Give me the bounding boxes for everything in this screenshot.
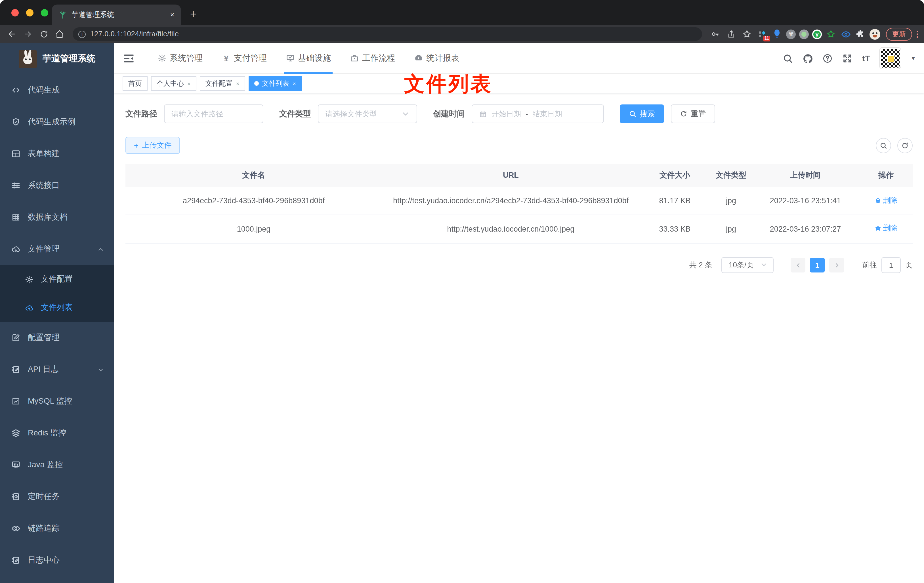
page-unit-label: 页: [905, 260, 912, 271]
reload-icon[interactable]: [38, 28, 50, 40]
tag-profile[interactable]: 个人中心 ×: [151, 76, 196, 91]
extension-tasks-icon[interactable]: 11: [757, 28, 768, 40]
tag-file-config[interactable]: 文件配置 ×: [200, 76, 245, 91]
nav-label: 统计报表: [426, 53, 459, 64]
delete-button[interactable]: 删除: [874, 223, 898, 235]
tab-close-icon[interactable]: ×: [170, 11, 174, 19]
nav-label: 系统管理: [170, 53, 203, 64]
sidebar-item-redis-monitor[interactable]: Redis 监控: [0, 417, 114, 449]
goto-page-input[interactable]: 1: [881, 258, 901, 273]
chevron-down-icon: [402, 110, 410, 118]
next-page-button[interactable]: [829, 258, 844, 273]
sidebar-item-db-doc[interactable]: 数据库文档: [0, 201, 114, 233]
file-path-input[interactable]: 请输入文件路径: [164, 104, 263, 123]
help-icon[interactable]: [822, 53, 833, 63]
extension-cmd-icon[interactable]: ⌘: [786, 29, 796, 39]
tag-file-list[interactable]: 文件列表 ×: [248, 76, 302, 91]
sidebar-item-scheduled-tasks[interactable]: 定时任务: [0, 481, 114, 513]
delete-button[interactable]: 删除: [874, 195, 898, 206]
tab-title: 芋道管理系统: [71, 10, 166, 20]
github-icon[interactable]: [802, 53, 813, 63]
close-icon[interactable]: ×: [236, 80, 239, 87]
sidebar-item-file-config[interactable]: 文件配置: [0, 265, 114, 294]
nav-system-mgmt[interactable]: 系统管理: [148, 43, 212, 74]
file-type-select[interactable]: 请选择文件类型: [318, 104, 417, 123]
sidebar-collapse-icon[interactable]: [123, 53, 135, 64]
extension-y-icon[interactable]: y: [812, 29, 822, 39]
extension-balloon-icon[interactable]: [771, 28, 783, 40]
sidebar-item-file-list[interactable]: 文件列表: [0, 294, 114, 322]
close-icon[interactable]: ×: [187, 80, 191, 87]
back-icon[interactable]: [6, 28, 18, 40]
sidebar-item-form-builder[interactable]: 表单构建: [0, 138, 114, 170]
avatar[interactable]: [880, 48, 901, 69]
sidebar-item-file-mgmt[interactable]: 文件管理: [0, 233, 114, 265]
show-search-button[interactable]: [876, 138, 891, 153]
search-icon[interactable]: [783, 53, 793, 63]
page-size-select[interactable]: 10条/页: [721, 258, 774, 273]
close-icon[interactable]: ×: [292, 80, 296, 87]
zoom-window-button[interactable]: [41, 9, 48, 17]
share-icon[interactable]: [725, 28, 737, 40]
sidebar-item-java-monitor[interactable]: Java 监控: [0, 449, 114, 481]
new-tab-button[interactable]: +: [190, 8, 196, 20]
sidebar-item-tracing[interactable]: 链路追踪: [0, 513, 114, 544]
search-button[interactable]: 搜索: [620, 104, 664, 123]
pagination: 共 2 条 10条/页 1 前往 1 页: [125, 258, 912, 273]
extension-star-icon[interactable]: [825, 28, 837, 40]
range-separator: -: [526, 109, 528, 118]
filter-form: 文件路径 请输入文件路径 文件类型 请选择文件类型 创建时间 开始日期 - 结: [125, 104, 912, 123]
sidebar-item-config-mgmt[interactable]: 配置管理: [0, 322, 114, 353]
cell-file-name: 1000.jpeg: [125, 215, 382, 244]
extensions-puzzle-icon[interactable]: [855, 28, 866, 40]
date-range-picker[interactable]: 开始日期 - 结束日期: [472, 104, 604, 123]
sidebar-item-system-api[interactable]: 系统接口: [0, 170, 114, 201]
reset-button[interactable]: 重置: [671, 104, 715, 123]
fullscreen-icon[interactable]: [842, 53, 853, 63]
extension-eye-icon[interactable]: [840, 28, 851, 40]
close-window-button[interactable]: [12, 9, 19, 17]
minimize-window-button[interactable]: [26, 9, 33, 17]
sidebar-item-code-demo[interactable]: 代码生成示例: [0, 106, 114, 138]
sidebar-logo[interactable]: 芋道管理系统: [0, 43, 114, 74]
page-number-current[interactable]: 1: [810, 258, 825, 273]
browser-tab[interactable]: 芋道管理系统 ×: [52, 5, 181, 25]
sidebar-item-label: 链路追踪: [28, 524, 59, 533]
sidebar-item-label: 文件列表: [41, 302, 73, 313]
forward-icon[interactable]: [21, 28, 34, 40]
create-time-label: 创建时间: [433, 109, 465, 119]
sidebar-item-code-gen[interactable]: 代码生成: [0, 74, 114, 106]
home-icon[interactable]: [53, 28, 66, 40]
nav-reports[interactable]: 统计报表: [405, 43, 469, 74]
table-header-row: 文件名 URL 文件大小 文件类型 上传时间 操作: [125, 164, 913, 187]
cell-url: http://test.yudao.iocoder.cn/a294ecb2-73…: [382, 187, 640, 215]
password-key-icon[interactable]: [709, 28, 721, 40]
sidebar-item-api-log[interactable]: API 日志: [0, 353, 114, 385]
profile-avatar-emoji[interactable]: [870, 29, 880, 40]
upload-file-button[interactable]: + 上传文件: [125, 137, 180, 154]
tag-home[interactable]: 首页: [122, 76, 148, 91]
search-label: 搜索: [640, 109, 655, 119]
extension-dot-icon[interactable]: [799, 29, 809, 39]
browser-tabstrip: 芋道管理系统 × +: [0, 0, 924, 25]
table-row: 1000.jpeg http://test.yudao.iocoder.cn/1…: [125, 215, 913, 244]
nav-label: 支付管理: [234, 53, 267, 64]
sidebar-item-mysql-monitor[interactable]: MySQL 监控: [0, 385, 114, 417]
nav-infrastructure[interactable]: 基础设施: [276, 43, 340, 74]
font-size-icon[interactable]: tT: [862, 53, 870, 63]
cell-file-name: a294ecb2-73dd-4353-bf40-296b8931d0bf: [125, 187, 382, 215]
header-actions: tT ▼: [783, 48, 916, 69]
refresh-table-button[interactable]: [897, 138, 912, 153]
sidebar-item-label: 文件管理: [28, 244, 59, 254]
caret-down-icon[interactable]: ▼: [911, 55, 916, 61]
sidebar-item-label: 代码生成: [28, 85, 59, 95]
nav-payment-mgmt[interactable]: ¥ 支付管理: [212, 43, 276, 74]
browser-menu-icon[interactable]: [917, 30, 918, 38]
sidebar-item-log-center[interactable]: 日志中心: [0, 544, 114, 576]
bookmark-star-icon[interactable]: [741, 28, 753, 40]
prev-page-button[interactable]: [790, 258, 805, 273]
site-info-icon[interactable]: i: [78, 30, 86, 38]
nav-workflow[interactable]: 工作流程: [340, 43, 405, 74]
address-bar[interactable]: i 127.0.0.1:1024/infra/file/file: [73, 27, 702, 41]
chrome-update-button[interactable]: 更新: [886, 28, 912, 41]
